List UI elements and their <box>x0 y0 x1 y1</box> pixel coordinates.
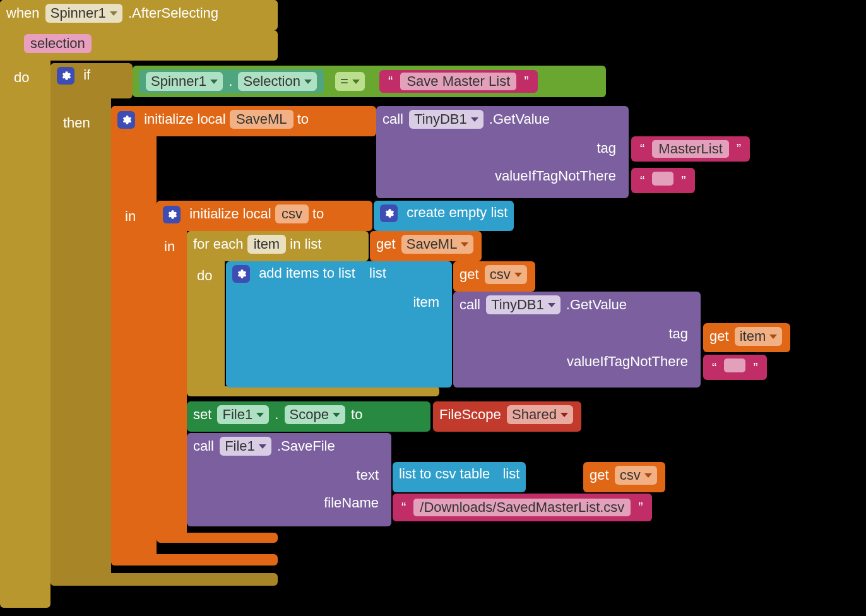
kw-in: in <box>125 208 136 225</box>
get-saveml-dropdown[interactable]: SaveML <box>401 235 474 254</box>
method-savefile: .SaveFile <box>277 438 335 454</box>
get-csv-dropdown[interactable]: csv <box>485 265 527 284</box>
var-csv[interactable]: csv <box>275 204 309 223</box>
event-param-row: selection <box>0 30 278 61</box>
foreach-header[interactable]: for each item in list <box>187 231 369 261</box>
kw-when: when <box>6 5 40 21</box>
kw-get: get <box>460 266 479 282</box>
init2-bottom <box>157 533 278 543</box>
gear-icon[interactable] <box>380 204 398 222</box>
text-field[interactable]: MasterList <box>652 140 728 158</box>
kw-get: get <box>709 328 729 344</box>
getter-block[interactable]: Spinner1 . Selection <box>139 69 324 93</box>
dot: . <box>275 406 278 422</box>
text-field[interactable]: Save Master List <box>400 73 516 90</box>
kw-create-empty-list: create empty list <box>406 204 507 220</box>
file1-dropdown[interactable]: File1 <box>217 405 269 424</box>
kw-then: then <box>63 115 90 131</box>
get-item[interactable]: get item <box>703 323 790 352</box>
text-field[interactable]: /Downloads/SavedMasterList.csv <box>413 499 631 516</box>
kw-if: if <box>83 67 90 83</box>
method-getvalue-2: .GetValue <box>566 297 627 312</box>
kw-call: call <box>383 111 403 127</box>
get-csv-dropdown-2[interactable]: csv <box>615 466 657 485</box>
tinydb-dropdown-2[interactable]: TinyDB1 <box>486 295 561 314</box>
list-to-csv-table[interactable]: list to csv table list <box>393 462 526 492</box>
arg-filename-label: fileName <box>193 495 385 511</box>
create-empty-list[interactable]: create empty list <box>374 201 514 231</box>
add-items-block[interactable]: add items to list list item <box>226 261 452 388</box>
call-tinydb-getvalue-2[interactable]: call TinyDB1 .GetValue tag valueIfTagNot… <box>453 292 701 388</box>
call-savefile[interactable]: call File1 .SaveFile text fileName <box>187 433 391 526</box>
call-tinydb-getvalue-1[interactable]: call TinyDB1 .GetValue tag valueIfTagNot… <box>376 106 629 198</box>
scope-dropdown[interactable]: Scope <box>285 405 345 424</box>
compare-op-dropdown[interactable]: = <box>335 72 365 91</box>
kw-set: set <box>193 406 211 422</box>
method-getvalue: .GetValue <box>489 111 550 127</box>
arg-item-label: item <box>232 294 446 311</box>
event-suffix: .AfterSelecting <box>128 5 218 21</box>
get-csv-1[interactable]: get csv <box>453 261 535 292</box>
var-saveml[interactable]: SaveML <box>230 110 294 129</box>
kw-do: do <box>14 69 29 86</box>
kw-to: to <box>297 111 309 127</box>
compare-block[interactable]: Spinner1 . Selection = “Save Master List… <box>133 66 606 97</box>
for-bottom <box>187 386 439 396</box>
kw-additems: add items to list <box>259 265 355 281</box>
getter-dot: . <box>228 73 232 89</box>
init1-rail <box>111 106 157 566</box>
kw-get: get <box>590 467 609 483</box>
arg-text-label: text <box>193 467 385 483</box>
set-scope-block[interactable]: set File1 . Scope to <box>187 401 430 432</box>
string-empty-1[interactable]: “” <box>631 168 695 193</box>
filescope-enum[interactable]: FileScope Shared <box>433 401 581 432</box>
kw-init-local: initialize local <box>144 111 226 127</box>
get-item-dropdown[interactable]: item <box>735 327 783 346</box>
arg-tag-label: tag <box>383 140 622 157</box>
kw-get: get <box>376 236 396 252</box>
event-param[interactable]: selection <box>24 34 92 53</box>
gear-icon[interactable] <box>117 111 135 129</box>
event-component-dropdown[interactable]: Spinner1 <box>45 4 122 23</box>
kw-list-to-csv: list to csv table <box>399 466 490 482</box>
string-save-master-list[interactable]: “Save Master List” <box>379 70 538 93</box>
init1-bottom <box>111 554 278 566</box>
string-filename[interactable]: “/Downloads/SavedMasterList.csv” <box>393 494 652 521</box>
event-header[interactable]: when Spinner1 .AfterSelecting <box>0 0 278 30</box>
kw-list: list <box>369 265 386 281</box>
text-field[interactable] <box>724 358 745 372</box>
string-masterlist[interactable]: “MasterList” <box>631 136 750 162</box>
kw-do-for: do <box>197 268 212 284</box>
if-bottom <box>50 573 278 586</box>
get-csv-2[interactable]: get csv <box>583 462 665 492</box>
kw-to: to <box>351 406 362 422</box>
text-field[interactable] <box>652 172 673 186</box>
getter-comp-dropdown[interactable]: Spinner1 <box>146 72 223 91</box>
gear-icon[interactable] <box>163 206 181 223</box>
if-header[interactable]: if <box>50 63 133 98</box>
kw-call: call <box>460 297 480 312</box>
get-saveml[interactable]: get SaveML <box>370 231 482 261</box>
enum-type: FileScope <box>439 406 501 422</box>
file1-dropdown-2[interactable]: File1 <box>220 437 271 456</box>
kw-init-local: initialize local <box>189 206 271 222</box>
arg-tag-label-2: tag <box>460 326 694 342</box>
getter-prop-dropdown[interactable]: Selection <box>238 72 317 91</box>
gear-icon[interactable] <box>57 67 74 85</box>
if-rail <box>50 63 111 586</box>
gear-icon[interactable] <box>232 265 250 283</box>
arg-vitnt-label-2: valueIfTagNotThere <box>460 353 694 370</box>
kw-call: call <box>193 438 214 454</box>
tinydb-dropdown[interactable]: TinyDB1 <box>409 110 483 129</box>
kw-foreach: for each <box>193 236 244 252</box>
kw-list2: list <box>502 466 519 482</box>
arg-vitnt-label: valueIfTagNotThere <box>383 168 622 184</box>
var-item[interactable]: item <box>247 235 287 254</box>
kw-to: to <box>312 206 324 222</box>
string-empty-2[interactable]: “” <box>703 355 767 380</box>
init-csv-header[interactable]: initialize local csv to <box>157 201 372 231</box>
enum-value-dropdown[interactable]: Shared <box>507 405 573 424</box>
init-saveml-header[interactable]: initialize local SaveML to <box>111 106 376 136</box>
kw-in2: in <box>164 239 175 255</box>
event-rail <box>0 0 50 608</box>
